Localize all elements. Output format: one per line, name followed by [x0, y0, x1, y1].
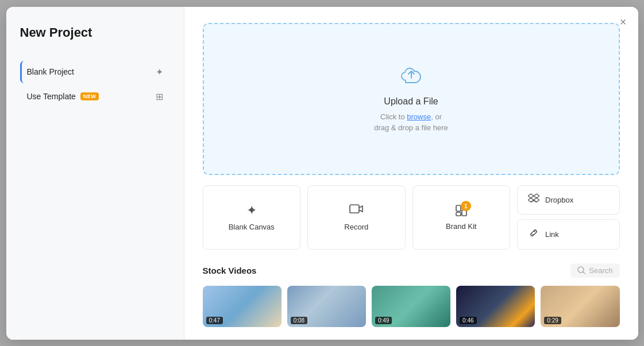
action-row: ✦ Blank Canvas Record: [203, 185, 620, 250]
side-cards: Dropbox Link: [517, 185, 620, 250]
action-main-cards: ✦ Blank Canvas Record: [203, 185, 511, 250]
main-content: Upload a File Click to browse, ordrag & …: [184, 7, 638, 340]
upload-icon: [400, 64, 423, 90]
close-button[interactable]: ×: [620, 16, 627, 28]
blank-project-label: Blank Project: [27, 67, 74, 76]
use-template-label: Use Template: [27, 92, 76, 101]
blank-canvas-card[interactable]: ✦ Blank Canvas: [203, 185, 301, 250]
stock-section: Stock Videos Search 0:47 0:08: [203, 263, 620, 327]
search-icon: [577, 266, 585, 274]
svg-rect-0: [350, 205, 359, 213]
video-duration-4: 0:46: [460, 317, 476, 324]
video-duration-3: 0:49: [375, 317, 392, 324]
sparkle-icon: ✦: [156, 67, 163, 77]
brand-kit-label: Brand Kit: [446, 222, 476, 231]
stock-video-4[interactable]: 0:46: [456, 286, 535, 327]
upload-title: Upload a File: [384, 96, 438, 107]
modal-title: New Project: [20, 25, 170, 40]
blank-canvas-icon: ✦: [246, 203, 257, 218]
link-label: Link: [545, 230, 559, 239]
record-icon: [349, 203, 363, 218]
new-badge: NEW: [80, 92, 99, 100]
record-label: Record: [344, 223, 368, 231]
upload-zone[interactable]: Upload a File Click to browse, ordrag & …: [203, 23, 620, 175]
stock-videos-list: 0:47 0:08 0:49 0:46 0:29: [203, 286, 620, 327]
stock-video-5[interactable]: 0:29: [541, 286, 619, 327]
new-project-modal: × New Project Blank Project ✦ Use Templa…: [6, 7, 638, 340]
svg-rect-4: [456, 212, 461, 216]
sidebar-item-use-template[interactable]: Use Template NEW ⊞: [20, 85, 170, 108]
video-duration-2: 0:08: [291, 317, 307, 324]
browse-link[interactable]: browse: [407, 112, 431, 121]
video-duration-1: 0:47: [206, 317, 223, 324]
upload-subtitle-prefix: Click to: [380, 112, 407, 121]
sidebar: New Project Blank Project ✦ Use Template…: [6, 7, 184, 340]
template-icon: ⊞: [156, 91, 163, 102]
brand-kit-icon-wrap: 1: [454, 204, 468, 217]
brand-kit-badge: 1: [461, 201, 471, 211]
dropbox-card[interactable]: Dropbox: [517, 185, 620, 215]
link-card[interactable]: Link: [517, 219, 620, 250]
brand-kit-card[interactable]: 1 Brand Kit: [412, 185, 511, 250]
stock-video-1[interactable]: 0:47: [203, 286, 281, 327]
sidebar-item-blank-project[interactable]: Blank Project ✦: [20, 61, 170, 83]
modal-overlay: × New Project Blank Project ✦ Use Templa…: [0, 0, 644, 346]
dropbox-label: Dropbox: [545, 196, 573, 204]
stock-header: Stock Videos Search: [203, 263, 620, 278]
record-card[interactable]: Record: [307, 185, 406, 250]
stock-search[interactable]: Search: [570, 263, 619, 278]
link-icon: [528, 227, 539, 242]
blank-canvas-label: Blank Canvas: [229, 223, 275, 231]
stock-video-2[interactable]: 0:08: [287, 286, 366, 327]
stock-video-3[interactable]: 0:49: [372, 286, 450, 327]
dropbox-icon: [528, 193, 539, 207]
svg-rect-1: [456, 205, 461, 211]
upload-subtitle: Click to browse, ordrag & drop a file he…: [374, 111, 448, 134]
search-placeholder: Search: [589, 266, 612, 275]
video-duration-5: 0:29: [544, 317, 561, 324]
stock-title: Stock Videos: [203, 266, 257, 275]
